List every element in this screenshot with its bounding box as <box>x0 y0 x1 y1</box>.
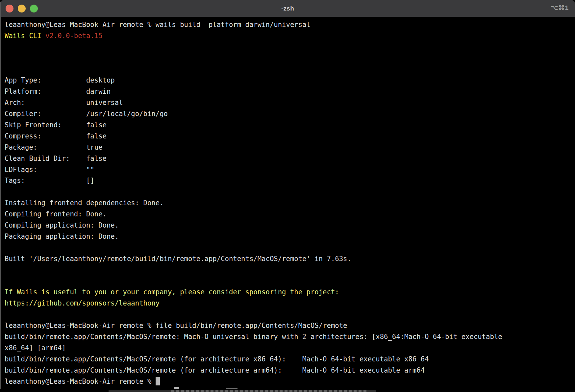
terminal-text: Clean Build Dir: false <box>5 155 107 162</box>
terminal-text: Compiling application: Done. <box>5 221 119 229</box>
terminal-line <box>5 186 575 198</box>
terminal-text: Platform: darwin <box>5 87 111 95</box>
terminal-line: build/bin/remote.app/Contents/MacOS/remo… <box>5 354 575 365</box>
terminal-line <box>5 42 575 53</box>
terminal-line: Compiling frontend: Done. <box>5 209 575 220</box>
terminal-line: Package: true <box>5 142 575 153</box>
terminal-text: Skip Frontend: false <box>5 121 107 129</box>
terminal-line: LDFlags: "" <box>5 164 575 176</box>
terminal-line: Compiling application: Done. <box>5 220 575 231</box>
terminal-line: build/bin/remote.app/Contents/MacOS/remo… <box>5 365 575 376</box>
terminal-text: App Type: desktop <box>5 76 115 84</box>
terminal-cursor <box>156 377 160 385</box>
terminal-text: Packaging application: Done. <box>5 233 119 240</box>
terminal-line: Tags: [] <box>5 175 575 186</box>
terminal-line: https://github.com/sponsors/leaanthony <box>5 298 575 309</box>
terminal-line: leaanthony@Leas-MacBook-Air remote % <box>5 376 575 387</box>
terminal-text: Wails CLI <box>5 32 45 40</box>
terminal-text: Compiler: /usr/local/go/bin/go <box>5 110 168 118</box>
terminal-text: LDFlags: "" <box>5 166 94 174</box>
terminal-line: build/bin/remote.app/Contents/MacOS/remo… <box>5 331 575 343</box>
terminal-text: v2.0.0-beta.15 <box>45 32 103 40</box>
terminal-text: If Wails is useful to you or your compan… <box>5 288 339 296</box>
terminal-line: Compress: false <box>5 131 575 142</box>
background-window-edge <box>109 390 376 392</box>
terminal-text: Package: true <box>5 143 103 151</box>
terminal-line: Platform: darwin <box>5 86 575 97</box>
background-window-strip <box>0 389 575 392</box>
terminal-line: Built '/Users/leaanthony/remote/build/bi… <box>5 254 575 265</box>
title-bar[interactable]: -zsh ⌥⌘1 <box>1 0 575 17</box>
terminal-line: Compiler: /usr/local/go/bin/go <box>5 109 575 120</box>
tab-keyboard-shortcut: ⌥⌘1 <box>551 4 569 12</box>
terminal-line <box>5 64 575 75</box>
terminal-output[interactable]: leaanthony@Leas-MacBook-Air remote % wai… <box>1 17 575 387</box>
background-window-text-blur <box>171 390 368 392</box>
terminal-text: leaanthony@Leas-MacBook-Air remote % <box>5 378 156 385</box>
terminal-text: Built '/Users/leaanthony/remote/build/bi… <box>5 255 351 263</box>
terminal-text: Installing frontend dependencies: Done. <box>5 199 164 207</box>
terminal-line: leaanthony@Leas-MacBook-Air remote % fil… <box>5 320 575 331</box>
terminal-line: If Wails is useful to you or your compan… <box>5 287 575 298</box>
terminal-text: https://github.com/sponsors/leaanthony <box>5 299 160 307</box>
terminal-text: x86_64] [arm64] <box>5 344 66 352</box>
terminal-line: Skip Frontend: false <box>5 120 575 131</box>
terminal-line <box>5 276 575 287</box>
terminal-text: leaanthony@Leas-MacBook-Air remote % wai… <box>5 21 311 29</box>
terminal-window: -zsh ⌥⌘1 leaanthony@Leas-MacBook-Air rem… <box>0 0 575 389</box>
terminal-text: build/bin/remote.app/Contents/MacOS/remo… <box>5 366 425 374</box>
terminal-text: Compress: false <box>5 132 107 140</box>
terminal-line <box>5 309 575 320</box>
terminal-line: Packaging application: Done. <box>5 231 575 242</box>
terminal-text: Compiling frontend: Done. <box>5 210 107 218</box>
terminal-text: Tags: [] <box>5 177 94 184</box>
terminal-line <box>5 265 575 276</box>
terminal-line: App Type: desktop <box>5 75 575 86</box>
terminal-text: leaanthony@Leas-MacBook-Air remote % fil… <box>5 322 347 330</box>
terminal-text: Arch: universal <box>5 99 123 107</box>
terminal-line <box>5 242 575 254</box>
terminal-line: Clean Build Dir: false <box>5 153 575 164</box>
terminal-line: x86_64] [arm64] <box>5 343 575 354</box>
terminal-line: Installing frontend dependencies: Done. <box>5 198 575 209</box>
terminal-line <box>5 53 575 64</box>
terminal-text: build/bin/remote.app/Contents/MacOS/remo… <box>5 355 429 363</box>
terminal-text: build/bin/remote.app/Contents/MacOS/remo… <box>5 333 502 341</box>
terminal-line: Wails CLI v2.0.0-beta.15 <box>5 31 575 42</box>
window-title: -zsh <box>1 5 575 12</box>
terminal-line: Arch: universal <box>5 97 575 109</box>
terminal-line: leaanthony@Leas-MacBook-Air remote % wai… <box>5 19 575 31</box>
